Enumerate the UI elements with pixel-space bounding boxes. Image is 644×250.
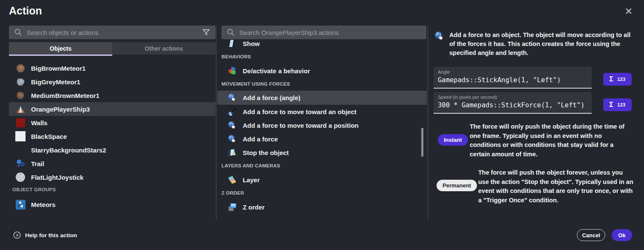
objects-search-bar[interactable] <box>9 26 216 39</box>
speed-field-label: Speed (in pixels per second) <box>438 95 592 100</box>
object-label: MediumBrownMeteor1 <box>31 92 99 99</box>
section-header: BEHAVIORS <box>221 54 251 59</box>
action-row[interactable]: Stop the object <box>217 146 427 159</box>
action-label: Add a force (angle) <box>243 94 301 101</box>
object-groups-header: OBJECT GROUPS <box>12 187 56 192</box>
action-row[interactable]: Add a force <box>217 132 427 146</box>
action-row[interactable]: Add a force to move toward a position <box>217 118 427 132</box>
layers-icon <box>227 175 237 185</box>
object-label: BigGreyMeteor1 <box>31 78 80 86</box>
object-label: FlatLightJoystick <box>31 174 83 181</box>
permanent-button[interactable]: Permanent <box>437 180 477 191</box>
z-order-icon <box>227 202 237 212</box>
action-row[interactable]: Show <box>217 37 427 50</box>
stop-object-icon <box>227 147 237 158</box>
object-row[interactable]: BigBrownMeteor1 <box>9 61 216 75</box>
action-row[interactable]: Add a force to move toward an object <box>217 105 427 118</box>
action-label: De/activate a behavior <box>243 67 310 75</box>
action-label: Stop the object <box>243 149 289 156</box>
action-label: Layer <box>243 176 260 184</box>
scrollbar-thumb[interactable] <box>421 128 423 157</box>
force-icon <box>434 31 445 42</box>
instant-description: The force will only push the object duri… <box>470 122 635 159</box>
section-header: MOVEMENT USING FORCES <box>221 81 290 86</box>
show-icon <box>227 38 237 49</box>
tab-other-actions[interactable]: Other actions <box>112 42 216 55</box>
close-icon[interactable]: ✕ <box>621 4 636 19</box>
help-icon: ? <box>13 231 21 239</box>
search-icon <box>14 28 23 37</box>
red-square-icon <box>15 118 26 128</box>
svg-text:?: ? <box>16 233 18 238</box>
brown-meteor-icon <box>15 90 26 101</box>
sigma-icon: Σ <box>609 101 613 109</box>
action-dialog: Action ✕ Objects Other actions BigBrownM… <box>0 0 644 250</box>
help-label: Help for this action <box>25 232 77 239</box>
permanent-description: The force will push the object forever, … <box>478 168 633 205</box>
object-label: BlackSpace <box>31 133 67 140</box>
action-row[interactable]: Layer <box>217 173 427 187</box>
object-row[interactable]: FlatLightJoystick <box>9 170 216 184</box>
tab-other-actions-label: Other actions <box>145 45 183 52</box>
tab-objects-label: Objects <box>50 45 71 52</box>
angle-expression-button[interactable]: Σ 123 <box>603 73 632 86</box>
angle-field[interactable]: Angle Gamepads::StickAngle(1, "Left") <box>434 67 592 89</box>
ok-button[interactable]: Ok <box>612 229 632 241</box>
object-label: BigBrownMeteor1 <box>31 65 85 72</box>
meteors-group-icon <box>15 199 26 210</box>
panel-divider <box>428 26 428 219</box>
white-square-icon <box>15 131 26 141</box>
sigma-icon: Σ <box>609 75 613 83</box>
object-row[interactable]: BigGreyMeteor1 <box>9 75 216 89</box>
object-row[interactable]: BlackSpace <box>9 129 216 143</box>
action-label: Add a force to move toward an object <box>243 108 357 115</box>
object-row[interactable]: Trail <box>9 157 216 170</box>
actions-search-input[interactable] <box>239 29 421 36</box>
action-row-selected[interactable]: Add a force (angle) <box>217 91 427 105</box>
numbers-icon: 123 <box>617 77 626 82</box>
action-label: Add a force <box>243 135 278 143</box>
force-toward-object-icon <box>227 106 237 117</box>
dialog-title: Action <box>9 5 42 17</box>
section-header: Z ORDER <box>221 190 244 195</box>
object-group-row[interactable]: Meteors <box>9 198 216 211</box>
object-row-selected[interactable]: OrangePlayerShip3 <box>9 102 216 116</box>
action-description: Add a force to an object. The object wil… <box>449 31 633 57</box>
force-icon <box>227 120 237 130</box>
object-row[interactable]: Walls <box>9 116 216 129</box>
object-group-label: Meteors <box>31 201 56 208</box>
help-link[interactable]: ? Help for this action <box>13 231 77 239</box>
object-label: StarryBackgroundStars2 <box>31 147 106 154</box>
action-label: Show <box>243 40 260 47</box>
object-row[interactable]: StarryBackgroundStars2 <box>9 143 216 157</box>
speed-field[interactable]: Speed (in pixels per second) 300 * Gamep… <box>434 92 592 114</box>
brown-meteor-icon <box>15 63 26 73</box>
action-row[interactable]: Z order <box>217 200 427 214</box>
object-label: Walls <box>31 119 48 126</box>
filter-icon[interactable] <box>202 28 210 37</box>
object-row[interactable]: MediumBrownMeteor1 <box>9 89 216 102</box>
cancel-button[interactable]: Cancel <box>577 229 605 241</box>
empty-icon <box>15 145 26 155</box>
instant-button[interactable]: Instant <box>438 134 468 146</box>
behavior-icon <box>227 66 237 76</box>
action-label: Z order <box>243 204 265 211</box>
angle-field-value[interactable]: Gamepads::StickAngle(1, "Left") <box>438 76 592 84</box>
speed-expression-button[interactable]: Σ 123 <box>603 98 632 111</box>
angle-field-label: Angle <box>438 69 592 75</box>
objects-search-input[interactable] <box>27 29 198 36</box>
force-icon <box>227 93 237 103</box>
spaceship-icon <box>15 104 26 114</box>
speed-field-value[interactable]: 300 * Gamepads::StickForce(1, "Left") <box>438 101 592 109</box>
search-icon <box>227 28 235 37</box>
object-label: OrangePlayerShip3 <box>31 106 90 113</box>
numbers-icon: 123 <box>617 102 626 107</box>
joystick-icon <box>15 172 26 182</box>
section-header: LAYERS AND CAMERAS <box>221 163 280 168</box>
tab-objects[interactable]: Objects <box>9 42 112 55</box>
action-row[interactable]: De/activate a behavior <box>217 64 427 78</box>
object-label: Trail <box>31 160 44 167</box>
trail-dots-icon <box>15 158 26 169</box>
force-icon <box>227 134 237 144</box>
action-label: Add a force to move toward a position <box>243 122 359 129</box>
